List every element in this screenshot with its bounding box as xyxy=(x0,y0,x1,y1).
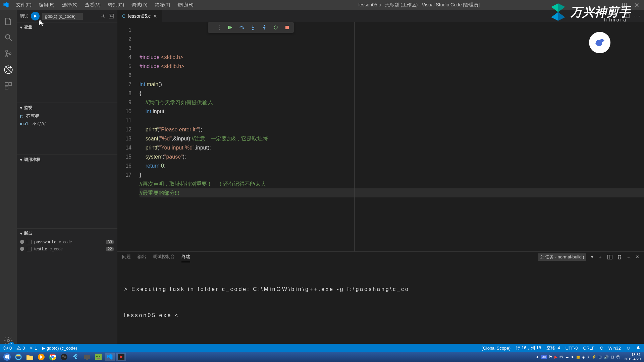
indent-indicator[interactable]: 空格: 4 xyxy=(546,345,560,351)
menu-item[interactable]: 帮助(H) xyxy=(174,1,197,9)
maximize-panel-icon[interactable]: ︿ xyxy=(627,254,631,260)
layout-icon[interactable] xyxy=(620,1,629,9)
debug-config-select[interactable]: gdb(c) (c_code) xyxy=(42,13,83,20)
eol-indicator[interactable]: CRLF xyxy=(583,346,595,351)
tray-vol-icon[interactable]: 🔊 xyxy=(604,355,609,359)
tray-play-icon[interactable]: ▶ xyxy=(554,355,557,359)
callstack-header[interactable]: ▾调用堆栈 xyxy=(17,155,117,165)
menu-item[interactable]: 查看(V) xyxy=(82,1,104,9)
tray-cloud-icon[interactable]: ☁ xyxy=(565,355,569,359)
extensions-icon[interactable] xyxy=(0,78,16,94)
panel-tab[interactable]: 调试控制台 xyxy=(153,252,175,262)
warnings-count[interactable]: 0 xyxy=(16,346,25,351)
svg-point-19 xyxy=(264,25,265,26)
feedback-icon[interactable]: ☺ xyxy=(626,346,631,351)
panel-tab[interactable]: 终端 xyxy=(181,252,190,262)
kill-terminal-icon[interactable] xyxy=(617,254,622,260)
explorer-icon[interactable] xyxy=(0,13,16,29)
gear-icon[interactable] xyxy=(101,13,106,19)
breakpoint-row[interactable]: test1.cc_code22 xyxy=(17,245,117,252)
step-over-icon[interactable] xyxy=(238,24,245,31)
watch-item[interactable]: inp1: 不可用 xyxy=(17,120,117,127)
media-player-icon[interactable] xyxy=(36,353,46,361)
video-player-icon[interactable] xyxy=(116,353,126,361)
menu-item[interactable]: 文件(F) xyxy=(13,1,35,9)
variables-header[interactable]: ▾变量 xyxy=(17,22,117,32)
breakpoint-row[interactable]: password.cc_code33 xyxy=(17,238,117,245)
drag-handle-icon[interactable]: ⋮⋮ xyxy=(211,24,222,31)
menu-item[interactable]: 选择(S) xyxy=(59,1,81,9)
terminal-selector[interactable]: 2: 任务 - normal-build ( xyxy=(538,253,586,261)
stop-icon[interactable] xyxy=(284,24,290,31)
windows-taskbar: ▲ du ⚑ ▶ ✉ ☁ ➤ ▦ ◈ ᛒ ⚡ ⊞ 🔊 ⊡ ㊥ 13:31 201… xyxy=(0,352,644,362)
taskbar-clock[interactable]: 13:31 2019/4/20 xyxy=(622,353,643,361)
watch-header[interactable]: ▾监视 xyxy=(17,103,117,113)
encoding-indicator[interactable]: UTF-8 xyxy=(566,346,578,351)
svg-rect-33 xyxy=(84,355,90,359)
code-line: #include <stdlib.h> xyxy=(140,62,644,71)
errors-count[interactable]: 0 xyxy=(3,346,12,351)
device-icon[interactable] xyxy=(82,353,92,361)
code-editor[interactable]: 1234567891011121314151617 #include <stdi… xyxy=(117,22,644,251)
title-bar: 文件(F)编辑(E)选择(S)查看(V)转到(G)调试(D)终端(T)帮助(H)… xyxy=(0,0,644,10)
menu-item[interactable]: 调试(D) xyxy=(128,1,151,9)
tray-power-icon[interactable]: ⚡ xyxy=(591,355,596,359)
chrome-icon[interactable] xyxy=(48,353,58,361)
svg-rect-34 xyxy=(86,359,88,360)
svg-rect-20 xyxy=(285,26,289,29)
editor-tab[interactable]: C lesson05.c ✕ xyxy=(117,10,162,22)
vscode-taskbar-icon[interactable] xyxy=(105,353,115,361)
code-content[interactable]: #include <stdio.h>#include <stdlib.h> in… xyxy=(136,22,644,251)
more-icon[interactable]: ··· xyxy=(634,13,641,19)
step-into-icon[interactable] xyxy=(250,24,256,31)
search-icon[interactable] xyxy=(0,29,16,46)
panel-tabs: 问题输出调试控制台终端 2: 任务 - normal-build ( ▾ ＋ ︿… xyxy=(117,252,644,262)
start-button[interactable] xyxy=(2,353,12,361)
tray-icon[interactable]: ▲ xyxy=(535,355,539,359)
minecraft-icon[interactable] xyxy=(93,353,103,361)
tray-action-icon[interactable]: ⊡ xyxy=(611,355,614,359)
split-editor-icon[interactable] xyxy=(624,13,630,19)
menu-item[interactable]: 转到(G) xyxy=(105,1,127,9)
tray-flag-icon[interactable]: ⚑ xyxy=(549,355,552,359)
split-terminal-icon[interactable] xyxy=(607,254,612,260)
menu-item[interactable]: 终端(T) xyxy=(152,1,174,9)
tray-mail-icon[interactable]: ✉ xyxy=(559,355,563,359)
close-tab-icon[interactable]: ✕ xyxy=(153,13,157,19)
close-window-icon[interactable] xyxy=(632,1,641,9)
run-config[interactable]: ▶ gdb(c) (c_code) xyxy=(42,346,77,351)
vscode-logo-icon xyxy=(3,2,9,8)
source-control-icon[interactable] xyxy=(0,46,16,62)
notifications-icon[interactable] xyxy=(636,346,641,350)
explorer-folder-icon[interactable] xyxy=(25,353,35,361)
cursor-position[interactable]: 行 16，列 18 xyxy=(516,345,541,351)
close-panel-icon[interactable]: ✕ xyxy=(636,254,639,259)
restart-icon[interactable] xyxy=(272,24,279,31)
tray-send-icon[interactable]: ➤ xyxy=(571,355,574,359)
menu-item[interactable]: 编辑(E) xyxy=(36,1,58,9)
ie-icon[interactable] xyxy=(13,353,23,361)
tray-note-icon[interactable]: ▦ xyxy=(576,355,580,359)
code-line: return 0; xyxy=(140,161,644,170)
language-indicator[interactable]: C xyxy=(600,346,603,351)
tray-lang-icon[interactable]: ㊥ xyxy=(616,354,620,360)
tray-bluetooth-icon[interactable]: ᛒ xyxy=(587,355,589,359)
x-count[interactable]: ✕1 xyxy=(30,346,37,351)
start-debug-button[interactable] xyxy=(31,12,40,20)
watch-item[interactable]: r: 不可用 xyxy=(17,113,117,120)
debug-console-icon[interactable] xyxy=(109,13,114,19)
tray-app-icon[interactable]: du xyxy=(541,355,547,359)
step-out-icon[interactable] xyxy=(261,24,268,31)
continue-icon[interactable] xyxy=(227,24,233,31)
panel-tab[interactable]: 输出 xyxy=(138,252,146,262)
obs-icon[interactable] xyxy=(59,353,69,361)
scope-indicator[interactable]: (Global Scope) xyxy=(481,346,511,351)
tray-shield-icon[interactable]: ◈ xyxy=(582,355,585,359)
debug-icon[interactable] xyxy=(0,62,16,78)
panel-tab[interactable]: 问题 xyxy=(122,252,131,262)
target-indicator[interactable]: Win32 xyxy=(608,346,621,351)
new-terminal-icon[interactable]: ＋ xyxy=(598,254,602,260)
breakpoints-header[interactable]: ▾断点 xyxy=(17,229,117,238)
flutter-icon[interactable] xyxy=(70,353,80,361)
tray-net-icon[interactable]: ⊞ xyxy=(598,355,602,359)
